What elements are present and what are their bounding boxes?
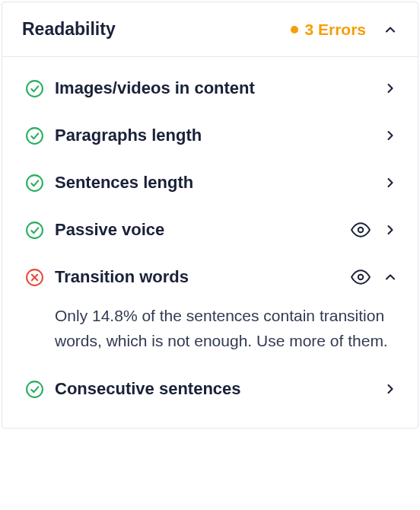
- check-item-images-videos[interactable]: Images/videos in content: [2, 65, 418, 112]
- check-item-label: Passive voice: [55, 220, 340, 240]
- eye-icon[interactable]: [351, 267, 371, 287]
- svg-point-8: [358, 275, 364, 280]
- eye-icon[interactable]: [351, 220, 371, 240]
- readability-panel: Readability 3 Errors Images/videos in co…: [2, 2, 418, 429]
- chevron-right-icon: [383, 128, 398, 143]
- panel-title: Readability: [22, 19, 116, 40]
- svg-point-2: [27, 175, 43, 191]
- check-circle-icon: [25, 174, 44, 193]
- check-item-actions: [383, 381, 398, 397]
- panel-body: Images/videos in content Paragraphs leng…: [2, 57, 418, 428]
- check-item-transition-words[interactable]: Transition words: [2, 253, 418, 301]
- check-item-actions: [351, 220, 398, 240]
- panel-header-right: 3 Errors: [291, 21, 398, 39]
- check-item-paragraphs-length[interactable]: Paragraphs length: [2, 112, 418, 159]
- chevron-right-icon: [383, 381, 398, 397]
- svg-point-4: [358, 228, 364, 233]
- svg-point-9: [27, 381, 43, 397]
- check-item-actions: [383, 81, 398, 96]
- error-dot-icon: [291, 26, 298, 33]
- panel-header[interactable]: Readability 3 Errors: [2, 2, 418, 57]
- x-circle-icon: [25, 268, 44, 287]
- check-item-actions: [383, 128, 398, 143]
- check-circle-icon: [25, 79, 44, 98]
- chevron-right-icon: [383, 81, 398, 96]
- svg-point-1: [27, 128, 43, 144]
- check-item-label: Consecutive sentences: [55, 379, 372, 399]
- check-item-label: Paragraphs length: [55, 126, 372, 145]
- check-item-actions: [383, 175, 398, 190]
- error-count: 3 Errors: [304, 21, 366, 39]
- check-item-actions: [351, 267, 398, 287]
- svg-point-3: [27, 222, 43, 238]
- chevron-right-icon: [383, 222, 398, 237]
- check-item-label: Sentences length: [55, 173, 372, 193]
- check-item-consecutive-sentences[interactable]: Consecutive sentences: [2, 365, 418, 413]
- check-item-passive-voice[interactable]: Passive voice: [2, 206, 418, 253]
- chevron-up-icon: [383, 22, 398, 37]
- check-item-label: Images/videos in content: [55, 78, 372, 98]
- error-badge: 3 Errors: [291, 21, 366, 39]
- check-item-sentences-length[interactable]: Sentences length: [2, 159, 418, 206]
- check-circle-icon: [25, 221, 44, 240]
- check-circle-icon: [25, 126, 44, 145]
- check-item-detail: Only 14.8% of the sentences contain tran…: [2, 301, 418, 365]
- check-item-label: Transition words: [55, 267, 340, 287]
- chevron-up-icon: [383, 269, 398, 285]
- check-circle-icon: [25, 380, 44, 399]
- svg-point-0: [27, 81, 43, 97]
- chevron-right-icon: [383, 175, 398, 190]
